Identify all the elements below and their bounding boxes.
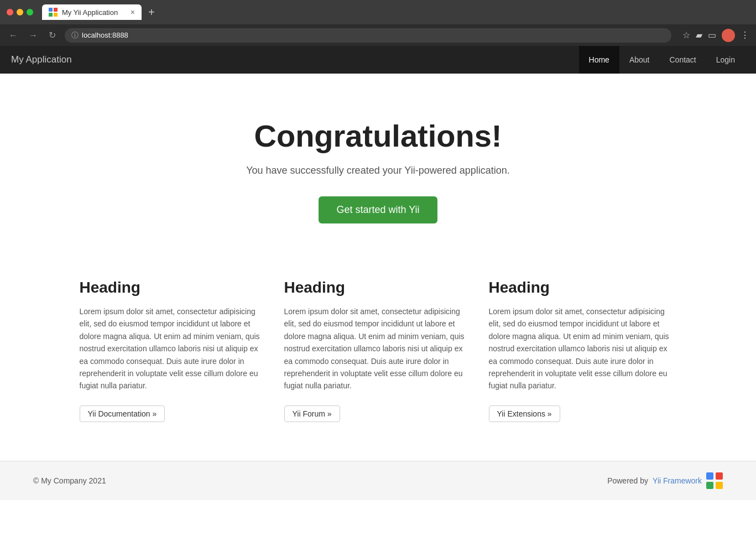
card-1-heading: Heading <box>80 279 268 296</box>
card-3-heading: Heading <box>489 279 677 296</box>
hero-subtitle: You have successfully created your Yii-p… <box>11 165 745 176</box>
svg-rect-1 <box>54 8 58 12</box>
svg-rect-6 <box>706 482 713 489</box>
back-button[interactable]: ← <box>7 28 20 43</box>
nav-item-login[interactable]: Login <box>706 46 745 74</box>
tab-close-button[interactable]: × <box>131 8 135 17</box>
card-1-link[interactable]: Yii Documentation » <box>80 405 165 422</box>
cards-section: Heading Lorem ipsum dolor sit amet, cons… <box>46 257 710 455</box>
profile-avatar[interactable] <box>722 29 735 42</box>
card-2-text: Lorem ipsum dolor sit amet, consectetur … <box>284 305 472 392</box>
svg-rect-5 <box>716 472 723 480</box>
nav-items: Home About Contact Login <box>579 46 745 74</box>
footer-powered-by: Powered by Yii Framework <box>607 472 723 489</box>
svg-rect-4 <box>706 472 713 480</box>
card-2-link[interactable]: Yii Forum » <box>284 405 340 422</box>
card-1-text: Lorem ipsum dolor sit amet, consectetur … <box>80 305 268 392</box>
extensions-icon[interactable]: ▰ <box>696 30 702 40</box>
yii-framework-link[interactable]: Yii Framework <box>653 476 702 485</box>
card-3-link[interactable]: Yii Extensions » <box>489 405 560 422</box>
bookmark-icon[interactable]: ☆ <box>682 30 690 40</box>
card-2-heading: Heading <box>284 279 472 296</box>
browser-actions: ☆ ▰ ▭ ⋮ <box>682 29 749 42</box>
url-text: localhost:8888 <box>82 31 128 39</box>
card-3-text: Lorem ipsum dolor sit amet, consectetur … <box>489 305 677 392</box>
browser-tab[interactable]: My Yii Application × <box>42 4 142 20</box>
svg-rect-7 <box>716 482 723 489</box>
card-3: Heading Lorem ipsum dolor sit amet, cons… <box>489 279 677 422</box>
footer-copyright: © My Company 2021 <box>33 476 106 485</box>
nav-item-contact[interactable]: Contact <box>659 46 706 74</box>
nav-item-about[interactable]: About <box>619 46 660 74</box>
hero-section: Congratulations! You have successfully c… <box>0 74 756 257</box>
new-tab-button[interactable]: + <box>148 6 155 19</box>
browser-titlebar: My Yii Application × + <box>0 0 756 24</box>
cta-button[interactable]: Get started with Yii <box>319 196 437 223</box>
close-window-button[interactable] <box>7 9 13 15</box>
reload-button[interactable]: ↻ <box>46 28 58 43</box>
maximize-window-button[interactable] <box>27 9 33 15</box>
nav-item-home[interactable]: Home <box>579 46 619 74</box>
card-2: Heading Lorem ipsum dolor sit amet, cons… <box>284 279 489 422</box>
browser-chrome: My Yii Application × + ← → ↻ ⓘ localhost… <box>0 0 756 46</box>
security-icon: ⓘ <box>71 30 79 40</box>
minimize-window-button[interactable] <box>17 9 23 15</box>
app-navbar: My Application Home About Contact Login <box>0 46 756 74</box>
svg-rect-2 <box>49 13 53 17</box>
svg-rect-0 <box>49 8 53 12</box>
app-brand[interactable]: My Application <box>11 46 579 74</box>
menu-icon[interactable]: ⋮ <box>741 30 749 40</box>
powered-by-text: Powered by <box>607 476 648 485</box>
browser-addressbar: ← → ↻ ⓘ localhost:8888 ☆ ▰ ▭ ⋮ <box>0 24 756 46</box>
tab-favicon <box>49 8 58 17</box>
window-controls <box>7 9 33 15</box>
app-footer: © My Company 2021 Powered by Yii Framewo… <box>0 461 756 500</box>
address-bar[interactable]: ⓘ localhost:8888 <box>65 28 671 43</box>
svg-rect-3 <box>54 13 58 17</box>
hero-title: Congratulations! <box>11 118 745 154</box>
main-content: Congratulations! You have successfully c… <box>0 74 756 461</box>
card-1: Heading Lorem ipsum dolor sit amet, cons… <box>80 279 284 422</box>
tab-title: My Yii Application <box>62 8 118 17</box>
yii-logo <box>706 472 723 489</box>
cast-icon[interactable]: ▭ <box>708 30 716 40</box>
forward-button[interactable]: → <box>27 28 40 43</box>
